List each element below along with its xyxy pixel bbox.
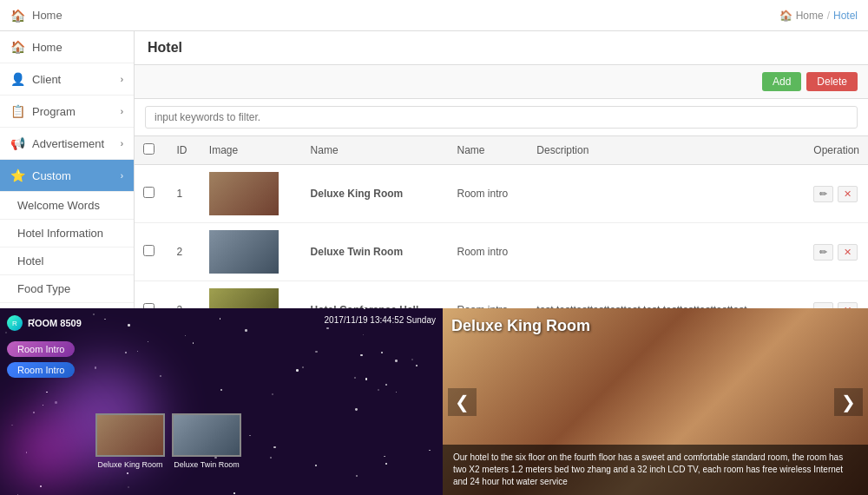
col-name: Name [302,136,449,165]
delete-row-button-0[interactable]: ✕ [838,186,858,202]
delete-button[interactable]: Delete [806,72,858,91]
col-name2: Name [449,136,529,165]
client-arrow-icon: › [121,75,123,84]
breadcrumb-home[interactable]: Home [796,10,824,22]
preview-thumb-king[interactable]: Deluxe King Room [95,413,165,469]
row-select-checkbox-0[interactable] [143,187,155,198]
sidebar-home-label: Home [32,41,62,54]
row-name: Deluxe Twin Room [302,223,449,281]
room-badge: R ROOM 8509 [7,315,82,331]
sidebar-advertisement-label: Advertisement [32,137,104,150]
custom-icon: ⭐ [10,168,25,182]
sidebar-item-welcome-words[interactable]: Welcome Words [0,192,134,220]
row-id: 1 [168,165,201,223]
row-checkbox [135,281,168,309]
nav-next-button[interactable]: ❯ [834,388,863,416]
sidebar-custom-label: Custom [32,169,71,182]
room-title-overlay: Deluxe King Room [451,317,590,335]
edit-button-2[interactable]: ✏ [813,302,833,309]
thumb-twin-image [172,413,241,457]
delete-row-button-1[interactable]: ✕ [838,244,858,261]
content-header: Hotel [135,31,868,65]
row-checkbox [135,223,168,281]
edit-button-0[interactable]: ✏ [813,186,833,202]
row-description [528,223,793,281]
row-name2: Room intro [449,223,529,281]
breadcrumb-sep: / [827,10,830,22]
delete-row-button-2[interactable]: ✕ [838,302,858,309]
row-image [201,165,302,223]
row-operations: ✏ ✕ [793,281,868,309]
col-image: Image [201,136,302,165]
breadcrumb-icon: 🏠 [779,10,792,22]
preview-right: Deluxe King Room ❮ ❯ Our hotel to the si… [443,308,868,495]
table-header-row: ID Image Name Name Description Operation [135,136,868,165]
row-id: 3 [168,281,201,309]
breadcrumb-current: Hotel [833,10,858,22]
row-operations: ✏ ✕ [793,165,868,223]
topbar-home[interactable]: Home [32,9,62,22]
hotel-information-label: Hotel Information [17,227,103,240]
add-button[interactable]: Add [762,72,801,91]
room-intro-button-2[interactable]: Room Intro [7,362,75,378]
sidebar-item-hotel[interactable]: Hotel [0,248,134,275]
sidebar-program-label: Program [32,105,76,118]
room-badge-icon: R [7,315,23,331]
row-name2: Room intro [449,281,529,309]
row-image [201,223,302,281]
row-operations: ✏ ✕ [793,223,868,281]
client-icon: 👤 [10,72,25,86]
preview-area: R ROOM 8509 2017/11/19 13:44:52 Sunday R… [0,308,868,495]
row-image [201,281,302,309]
sidebar-item-program[interactable]: 📋 Program › [0,96,134,128]
room-intro-button-1[interactable]: Room Intro [7,341,75,357]
sidebar-item-hotel-information[interactable]: Hotel Information [0,220,134,248]
col-id: ID [168,136,201,165]
breadcrumb: 🏠 Home / Hotel [779,10,858,22]
food-type-label: Food Type [17,282,70,295]
home-icon: 🏠 [10,9,25,23]
preview-left: R ROOM 8509 2017/11/19 13:44:52 Sunday R… [0,308,443,495]
search-bar [135,99,868,136]
edit-button-1[interactable]: ✏ [813,244,833,261]
row-id: 2 [168,223,201,281]
program-arrow-icon: › [121,107,123,116]
sidebar-item-advertisement[interactable]: 📢 Advertisement › [0,128,134,160]
room-number: ROOM 8509 [28,318,82,328]
advertisement-icon: 📢 [10,136,25,150]
sidebar-item-client[interactable]: 👤 Client › [0,63,134,96]
home-sidebar-icon: 🏠 [10,40,25,54]
sidebar-item-food-type[interactable]: Food Type [0,275,134,303]
col-checkbox [135,136,168,165]
table-row: 1 Deluxe King Room Room intro ✏ ✕ [135,165,868,223]
nav-prev-button[interactable]: ❮ [448,388,477,416]
col-description: Description [528,136,793,165]
search-input[interactable] [145,106,858,129]
data-table: ID Image Name Name Description Operation… [135,136,868,308]
content-area: Hotel Add Delete ID Image Name [135,31,868,308]
select-all-checkbox[interactable] [143,143,155,155]
thumb-king-image [95,413,165,457]
thumb-twin-label: Deluxe Twin Room [174,460,239,469]
room-description-overlay: Our hotel to the six floor on the fourth… [443,445,868,495]
sidebar-item-custom[interactable]: ⭐ Custom › [0,160,134,192]
sidebar: 🏠 Home 👤 Client › 📋 Program › 📢 Advertis… [0,31,135,308]
datetime-display: 2017/11/19 13:44:52 Sunday [325,315,436,325]
top-bar: 🏠 Home 🏠 Home / Hotel [0,0,868,31]
row-description: test testtesttesttesttest test testtestt… [528,281,793,309]
advertisement-arrow-icon: › [121,139,123,148]
welcome-words-label: Welcome Words [17,199,100,212]
thumb-king-label: Deluxe King Room [97,460,162,469]
custom-arrow-icon: › [121,171,123,181]
row-description [528,165,793,223]
sidebar-item-home[interactable]: 🏠 Home [0,31,134,63]
glow-pink [9,417,78,486]
row-select-checkbox-1[interactable] [143,245,155,256]
table-row: 3 Hotel Conference Hall Room intro test … [135,281,868,309]
row-name2: Room intro [449,165,529,223]
hotel-label: Hotel [17,254,43,267]
sidebar-client-label: Client [32,73,61,86]
table-container: ID Image Name Name Description Operation… [135,136,868,308]
preview-thumb-twin[interactable]: Deluxe Twin Room [172,413,241,469]
row-name: Deluxe King Room [302,165,449,223]
